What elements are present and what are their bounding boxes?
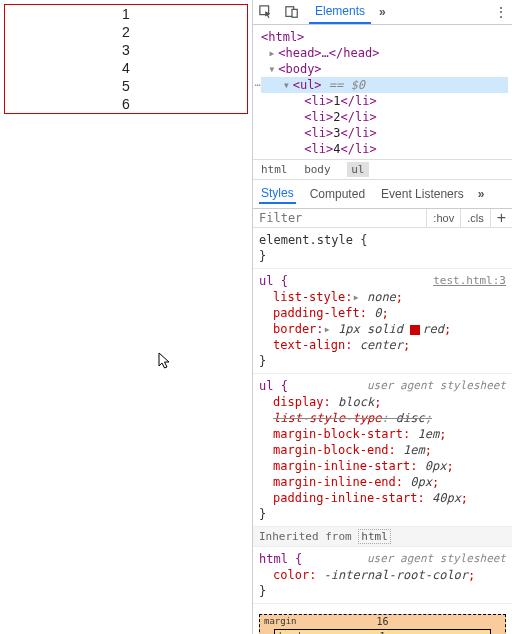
list-item: 4 [5,59,247,77]
subtab-event-listeners[interactable]: Event Listeners [379,185,466,203]
dom-node[interactable]: <li>3</li> [261,125,508,141]
rule-element-style[interactable]: element.style { } [253,228,512,269]
inherited-from-link[interactable]: html [358,529,391,544]
crumb-html[interactable]: html [261,163,288,176]
rendered-page: 1 2 3 4 5 6 [0,0,252,634]
subtabs-overflow-icon[interactable]: » [478,187,485,201]
tabs-overflow-icon[interactable]: » [379,5,386,19]
inherited-from-section: Inherited from html [253,527,512,547]
subtab-computed[interactable]: Computed [308,185,367,203]
dom-node-selected[interactable]: ⋯ ▾<ul> == $0 [261,77,508,93]
list-item: 1 [5,5,247,23]
ua-stylesheet-label: user agent stylesheet [367,378,506,394]
hov-toggle[interactable]: :hov [426,209,460,227]
list-item: 6 [5,95,247,113]
dom-node[interactable]: <li>2</li> [261,109,508,125]
list-item: 5 [5,77,247,95]
list-item: 2 [5,23,247,41]
styles-filter-bar: :hov .cls + [253,209,512,228]
dom-node[interactable]: <head>…</head> [278,46,379,60]
expand-arrow-icon[interactable]: ▸ [268,45,278,61]
device-toggle-icon[interactable] [283,3,301,21]
crumb-ul[interactable]: ul [347,162,368,177]
dom-node[interactable]: <li>1</li> [261,93,508,109]
dom-node[interactable]: <li>4</li> [261,141,508,157]
styles-subtabs: Styles Computed Event Listeners » [253,180,512,209]
color-swatch-icon[interactable] [410,325,420,335]
demo-list: 1 2 3 4 5 6 [4,4,248,114]
ellipsis-icon: ⋯ [255,77,259,93]
cls-toggle[interactable]: .cls [460,209,490,227]
menu-icon[interactable]: ⋮ [494,4,508,20]
rule-html-ua[interactable]: user agent stylesheet html { color: -int… [253,547,512,604]
tab-elements[interactable]: Elements [309,0,371,24]
devtools-panel: Elements » ⋮ <html> ▸<head>…</head> ▾<bo… [252,0,512,634]
collapse-arrow-icon[interactable]: ▾ [283,77,293,93]
dom-node[interactable]: <html> [261,30,304,44]
box-model-widget[interactable]: margin 16 - - border 1 1 1 padding - - -… [253,604,512,634]
dom-node[interactable]: <body> [278,62,321,76]
filter-input[interactable] [253,209,426,227]
svg-rect-2 [292,9,297,17]
rule-source-link[interactable]: test.html:3 [433,273,506,289]
crumb-body[interactable]: body [304,163,331,176]
inspect-icon[interactable] [257,3,275,21]
devtools-toolbar: Elements » ⋮ [253,0,512,25]
subtab-styles[interactable]: Styles [259,184,296,204]
list-item: 3 [5,41,247,59]
rule-ul-ua[interactable]: user agent stylesheet ul { display: bloc… [253,374,512,527]
ua-stylesheet-label: user agent stylesheet [367,551,506,567]
new-rule-button[interactable]: + [490,209,512,227]
dom-tree[interactable]: <html> ▸<head>…</head> ▾<body> ⋯ ▾<ul> =… [253,25,512,159]
rule-ul-author[interactable]: test.html:3 ul { list-style:▸ none; padd… [253,269,512,374]
breadcrumb: html body ul [253,159,512,180]
collapse-arrow-icon[interactable]: ▾ [268,61,278,77]
